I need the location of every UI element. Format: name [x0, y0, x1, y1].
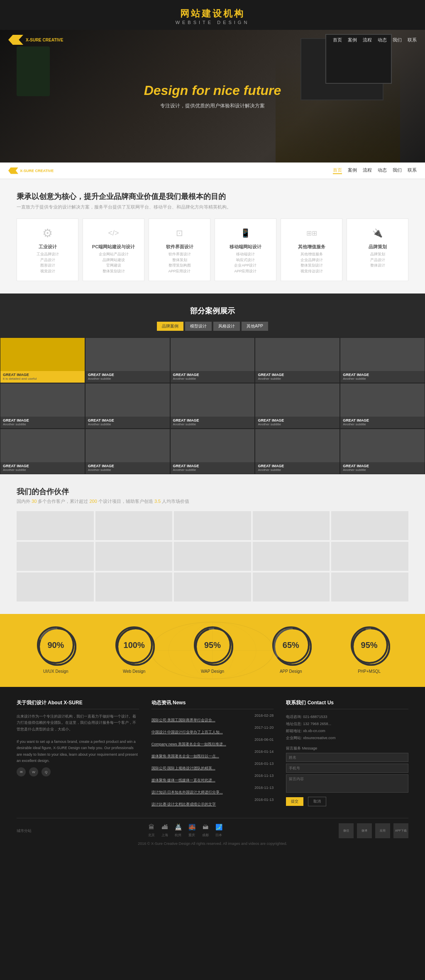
portfolio-item-7[interactable]: GREAT IMAGE Another subtitle: [170, 383, 255, 429]
service-card-mobile: 📱 移动端网站设计 移动端设计响应式设计企业APP设计APP应用设计: [215, 218, 276, 281]
news-date-6: 2016-11-13: [254, 786, 274, 790]
portfolio-item-8[interactable]: GREAT IMAGE Another subtitle: [255, 383, 340, 429]
service-icon-mobile: 📱: [238, 226, 253, 240]
services-subtitle: 一直致力于提供专业的设计解决方案，服务平台提供了互联网平台、移动平台、和品牌化方…: [17, 204, 408, 210]
stat-label-app: APP Design: [280, 669, 302, 674]
service-card-brand: 🔌 品牌策划 品牌策划产品设计整体设计: [347, 218, 408, 281]
social-icon-qq[interactable]: Q: [42, 767, 51, 776]
city-icon-hangzhou: 🏯: [175, 824, 182, 830]
city-beijing[interactable]: 🏛 北京: [148, 824, 155, 838]
partner-logo-6: [17, 542, 94, 571]
hero-section: X-SURE CREATIVE 首页 案例 流程 动态 我们 联系 Design…: [0, 30, 425, 163]
portfolio-tab-app[interactable]: 其他APP: [242, 322, 268, 331]
portfolio-item-11[interactable]: GREAT IMAGE Another subtitle: [85, 429, 170, 474]
social-icon-weixin[interactable]: ✉: [17, 767, 26, 776]
portfolio-img-7: [171, 383, 255, 417]
portfolio-title-0: GREAT IMAGE: [3, 373, 82, 377]
portfolio-info-12: GREAT IMAGE Another subtitle: [171, 462, 255, 473]
app-icon-weibo[interactable]: 微博: [357, 823, 372, 838]
stat-item-web: 100% Web Design: [115, 626, 153, 674]
portfolio-item-10[interactable]: GREAT IMAGE Another subtitle: [0, 429, 85, 474]
app-icon-wechat[interactable]: 微信: [339, 823, 354, 838]
footer-reset-button[interactable]: 取消: [308, 797, 326, 806]
footer: 关于我们设计 About X-SURE 出来设计作为一个专注的设计机构，我们一直…: [0, 687, 425, 852]
portfolio-item-6[interactable]: GREAT IMAGE Another subtitle: [85, 383, 170, 429]
services-title: 秉承以创意为核心，提升企业品牌商业价值是我们最根本的目的: [17, 192, 408, 201]
city-shanghai[interactable]: 🏙 上海: [161, 824, 168, 838]
hero-nav-home[interactable]: 首页: [333, 37, 342, 43]
portfolio-item-3[interactable]: GREAT IMAGE Another subtitle: [255, 337, 340, 383]
second-nav-contact[interactable]: 联系: [408, 167, 417, 174]
hero-nav-process[interactable]: 流程: [363, 37, 372, 43]
portfolio-item-9[interactable]: GREAT IMAGE Another subtitle: [340, 383, 425, 429]
portfolio-item-12[interactable]: GREAT IMAGE Another subtitle: [170, 429, 255, 474]
second-nav-case[interactable]: 案例: [348, 167, 357, 174]
service-desc-brand: 品牌策划产品设计整体设计: [351, 252, 404, 269]
service-name-mobile: 移动端网站设计: [219, 244, 272, 250]
news-link-2[interactable]: Company news 美国著名企业一如既往推进...: [151, 742, 274, 747]
portfolio-info-9: GREAT IMAGE Another subtitle: [340, 417, 425, 428]
footer-submit-button[interactable]: 提交: [286, 797, 303, 806]
partner-logo-15: [331, 572, 408, 602]
news-link-7[interactable]: 设计比赛·设计文档比赛成绩公示的文字: [151, 802, 274, 807]
city-chengdu[interactable]: 🏔 成都: [202, 824, 209, 838]
portfolio-sub-12: Another subtitle: [173, 468, 252, 472]
news-date-0: 2016-02-28: [254, 713, 274, 718]
portfolio-item-4[interactable]: GREAT IMAGE Another subtitle: [340, 337, 425, 383]
stat-circle-php: 95%: [351, 626, 388, 664]
portfolio-tab-brand[interactable]: 品牌案例: [157, 322, 183, 331]
news-link-5[interactable]: 媒体聚焦·媒体一线媒体一直在对此进...: [151, 778, 274, 783]
news-date-3: 2016-01-14: [254, 750, 274, 754]
portfolio-sub-11: Another subtitle: [88, 468, 167, 472]
footer-name-input[interactable]: [286, 753, 408, 762]
hero-nav-news[interactable]: 动态: [378, 37, 387, 43]
portfolio-item-2[interactable]: GREAT IMAGE Another subtitle: [170, 337, 255, 383]
news-link-4[interactable]: 国际公司·国际上规格设计团队的精英...: [151, 766, 274, 771]
city-hangzhou[interactable]: 🏯 杭州: [175, 824, 182, 838]
hero-nav-about[interactable]: 我们: [393, 37, 402, 43]
hero-nav-contact[interactable]: 联系: [408, 37, 417, 43]
portfolio-item-1[interactable]: GREAT IMAGE Another subtitle: [85, 337, 170, 383]
footer-content-input[interactable]: [286, 774, 408, 793]
hero-nav-case[interactable]: 案例: [348, 37, 357, 43]
second-nav-news[interactable]: 动态: [378, 167, 387, 174]
portfolio-sub-3: Another subtitle: [258, 377, 337, 381]
portfolio-info-5: GREAT IMAGE Another subtitle: [0, 417, 85, 428]
portfolio-img-14: [340, 429, 425, 462]
partners-section: 我们的合作伙伴 国内外 30 多个合作客户，累计超过 200 个设计项目，辅助客…: [0, 474, 425, 614]
second-nav-home[interactable]: 首页: [333, 167, 342, 174]
services-section: 秉承以创意为核心，提升企业品牌商业价值是我们最根本的目的 一直致力于提供专业的设…: [0, 179, 425, 294]
footer-cities: 🏛 北京 🏙 上海 🏯 杭州 🌉 重庆 🏔 成都 🗾 日本: [148, 824, 222, 838]
footer-contact-col: 联系我们 Contact Us 电话咨询: 021-68871533 地址信息:…: [286, 699, 408, 810]
portfolio-item-0[interactable]: GREAT IMAGE it is detailed and useful: [0, 337, 85, 383]
second-nav-process[interactable]: 流程: [363, 167, 372, 174]
portfolio-item-14[interactable]: GREAT IMAGE Another subtitle: [340, 429, 425, 474]
portfolio-tab-style[interactable]: 风格设计: [213, 322, 240, 331]
app-icon-appstore[interactable]: 应用: [375, 823, 390, 838]
city-japan[interactable]: 🗾 日本: [215, 824, 222, 838]
portfolio-sub-5: Another subtitle: [3, 422, 82, 426]
portfolio-item-5[interactable]: GREAT IMAGE Another subtitle: [0, 383, 85, 429]
app-icon-download[interactable]: APP下载: [393, 823, 408, 838]
portfolio-info-1: GREAT IMAGE Another subtitle: [85, 371, 170, 382]
portfolio-info-8: GREAT IMAGE Another subtitle: [255, 417, 340, 428]
footer-phone-input[interactable]: [286, 764, 408, 773]
portfolio-sub-7: Another subtitle: [173, 422, 252, 426]
portfolio-item-13[interactable]: GREAT IMAGE Another subtitle: [255, 429, 340, 474]
stat-item-app: 65% APP Design: [272, 626, 310, 674]
news-link-1[interactable]: 中国设计·中国设计行业举办了上百工人知...: [151, 730, 274, 735]
portfolio-tab-model[interactable]: 模型设计: [185, 322, 212, 331]
city-icon-chengdu: 🏔: [202, 824, 209, 830]
partner-logo-5: [331, 511, 408, 540]
portfolio-sub-1: Another subtitle: [88, 377, 167, 381]
news-link-6[interactable]: 设计知识·日本知名外国设计大师进行分享...: [151, 790, 274, 795]
second-nav-logo: X-SURE CREATIVE: [8, 167, 54, 174]
social-icon-weibo[interactable]: W: [29, 767, 38, 776]
news-link-3[interactable]: 媒体聚焦·美国著名企业一如既往以一点...: [151, 754, 274, 759]
second-nav-about[interactable]: 我们: [393, 167, 402, 174]
service-name-ui: 软件界面设计: [153, 244, 206, 250]
news-link-0[interactable]: 国际公司·美国工国际商界举行会议合...: [151, 718, 274, 723]
city-chongqing[interactable]: 🌉 重庆: [188, 824, 195, 838]
contact-address: 地址信息: 132 7968 2658...: [286, 720, 408, 728]
city-icon-shanghai: 🏙: [161, 824, 168, 830]
